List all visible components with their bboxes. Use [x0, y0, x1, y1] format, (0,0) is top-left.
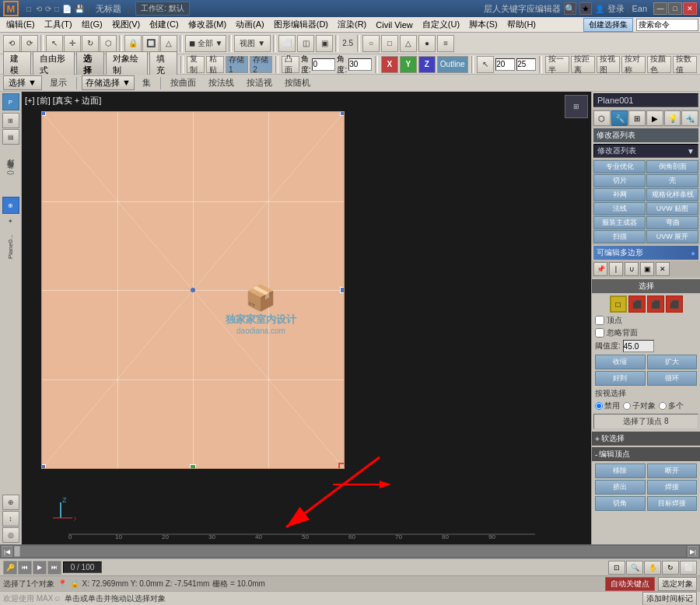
- mod-btn-uvw-map[interactable]: UVW 贴图: [646, 202, 698, 215]
- convex-btn[interactable]: 凸面: [282, 56, 299, 73]
- radio-subobj[interactable]: [623, 402, 631, 410]
- store1-btn[interactable]: 存储 1: [226, 56, 248, 73]
- delete-modifier-icon[interactable]: |: [609, 262, 623, 276]
- by-random-btn[interactable]: 按随机: [280, 76, 315, 89]
- vp-zoom-btn[interactable]: 🔍: [626, 561, 643, 575]
- vp-max-btn[interactable]: ⬜: [680, 561, 697, 575]
- panel-icon-modify[interactable]: 🔧: [611, 110, 628, 126]
- target-weld-btn[interactable]: 目标焊接: [647, 496, 698, 511]
- store-select-dropdown[interactable]: 存储选择 ▼: [82, 75, 135, 90]
- extrude-btn[interactable]: 挤出: [595, 480, 646, 495]
- corner-handle-bl[interactable]: [41, 464, 46, 469]
- close-btn[interactable]: ✕: [683, 2, 697, 15]
- vp-orbit-btn[interactable]: ↻: [662, 561, 679, 575]
- dist-btn[interactable]: 按距离: [571, 56, 595, 73]
- angle-input1[interactable]: [312, 58, 335, 71]
- redo-btn[interactable]: ⟳: [21, 35, 38, 52]
- menu-item-script[interactable]: 脚本(S): [464, 18, 502, 31]
- mod-btn-bevel-profile[interactable]: 倒角剖面: [646, 160, 698, 173]
- panel-icon-display[interactable]: 💡: [664, 110, 681, 126]
- expand-btn[interactable]: 扩大: [647, 355, 698, 369]
- y-btn[interactable]: Y: [400, 56, 417, 73]
- outline-btn[interactable]: Outline: [437, 56, 468, 73]
- menu-item-tools[interactable]: 工具(T): [40, 18, 77, 31]
- break-btn[interactable]: 断开: [647, 463, 698, 478]
- tab-fill[interactable]: 填充: [149, 51, 177, 78]
- add-time-tag-btn[interactable]: 添加时间标记: [642, 592, 697, 606]
- loop-btn[interactable]: 循环: [647, 371, 698, 386]
- star-icon[interactable]: ★: [579, 2, 592, 15]
- edit-vertex-header[interactable]: - 编辑顶点: [592, 447, 700, 461]
- menu-item-graph-editor[interactable]: 图形编辑器(D): [269, 18, 333, 31]
- radio-multi[interactable]: [659, 402, 667, 410]
- store2-btn[interactable]: 存储 2: [250, 56, 272, 73]
- paste-btn[interactable]: 粘贴: [206, 56, 224, 73]
- set-btn[interactable]: 集: [138, 76, 156, 89]
- mod-btn-mesh-repair[interactable]: 补网: [593, 188, 646, 201]
- num-input1[interactable]: [495, 58, 515, 71]
- create-selector-btn[interactable]: 创建选择集: [583, 18, 633, 32]
- panel-icon-hierarchy[interactable]: ⊞: [628, 110, 646, 126]
- toolbar-icon[interactable]: □: [54, 5, 59, 13]
- move-up-icon[interactable]: ∪: [625, 262, 639, 276]
- vertex-checkbox[interactable]: [595, 316, 604, 325]
- toolbar-icon[interactable]: 💾: [75, 5, 84, 13]
- angle-input2[interactable]: [348, 58, 372, 71]
- view-dropdown[interactable]: 视图 ▼: [234, 35, 271, 52]
- key-btn[interactable]: 🔑: [3, 561, 17, 575]
- tab-obj-paint[interactable]: 对象绘制: [106, 51, 148, 78]
- weld-btn[interactable]: 焊接: [647, 480, 698, 495]
- num-input2[interactable]: [516, 58, 536, 71]
- tree-item-plane[interactable]: ⊕: [2, 197, 19, 214]
- mod-btn-slice[interactable]: 切片: [593, 174, 646, 187]
- mod-btn-normalize[interactable]: 规格化样条线: [646, 188, 698, 201]
- cursor-icon[interactable]: ↖: [477, 56, 494, 73]
- snap-btn[interactable]: 🔒: [124, 35, 142, 52]
- by-normal-btn[interactable]: 按法线: [204, 76, 239, 89]
- tree-subitem[interactable]: ✦: [2, 215, 19, 227]
- x-btn[interactable]: X: [381, 56, 398, 73]
- select-btn[interactable]: ↖: [46, 35, 63, 52]
- mod-btn-sweep[interactable]: 扫描: [593, 230, 646, 243]
- num-btn[interactable]: 按数值: [673, 56, 697, 73]
- view-btn[interactable]: 按视图: [597, 56, 621, 73]
- nav-icon3[interactable]: ◎: [2, 527, 19, 543]
- material-btn[interactable]: ●: [418, 35, 436, 52]
- render-btn2[interactable]: ◫: [297, 35, 314, 52]
- section-select-header[interactable]: 选择: [592, 279, 700, 293]
- prev-frame-btn[interactable]: ⏮: [18, 561, 32, 575]
- mod-btn-normal[interactable]: 法线: [593, 202, 646, 215]
- render-btn3[interactable]: ▣: [316, 35, 333, 52]
- select-icon-poly[interactable]: ⬛: [666, 296, 683, 313]
- select-icon-border[interactable]: ⬛: [647, 296, 664, 313]
- menu-item-civil[interactable]: Civil View: [371, 19, 417, 30]
- pin-icon[interactable]: 📌: [593, 262, 607, 276]
- auto-key-btn[interactable]: 自动关键点: [605, 577, 655, 591]
- cube-btn[interactable]: □: [381, 35, 398, 52]
- snap2-btn[interactable]: 🔲: [142, 35, 159, 52]
- object-name-field[interactable]: Plane001: [593, 93, 698, 107]
- copy-icon[interactable]: ▣: [640, 262, 654, 276]
- render-btn1[interactable]: ⬜: [278, 35, 296, 52]
- nav-icon1[interactable]: ⊕: [2, 495, 19, 510]
- menu-item-edit[interactable]: 编辑(E): [2, 18, 40, 31]
- viewport-icon-persp[interactable]: P: [2, 93, 19, 110]
- tab-build[interactable]: 建模: [3, 51, 31, 78]
- shrink-btn[interactable]: 收缩: [595, 355, 646, 369]
- render-icon-btn[interactable]: ≡: [437, 35, 454, 52]
- layer-btn[interactable]: ◼ 全部 ▼: [185, 35, 226, 52]
- time-thumb[interactable]: [14, 546, 20, 557]
- plane-object[interactable]: [41, 111, 345, 469]
- menu-item-view[interactable]: 视图(V): [107, 18, 145, 31]
- select-icon-edge[interactable]: ⬛: [628, 296, 646, 313]
- frame-counter[interactable]: 0 / 100: [63, 561, 102, 573]
- scene-tree-icon[interactable]: ⊞: [2, 113, 19, 128]
- rotate-btn[interactable]: ↻: [82, 35, 99, 52]
- ring-btn[interactable]: 好到: [595, 371, 646, 386]
- side-handle-r[interactable]: [340, 287, 345, 293]
- vp-pan-btn[interactable]: ✋: [644, 561, 661, 575]
- mod-btn-optimize[interactable]: 专业优化: [593, 160, 646, 173]
- toolbar-icon[interactable]: □: [25, 5, 33, 13]
- menu-item-animation[interactable]: 动画(A): [231, 18, 269, 31]
- snap3-btn[interactable]: △: [160, 35, 177, 52]
